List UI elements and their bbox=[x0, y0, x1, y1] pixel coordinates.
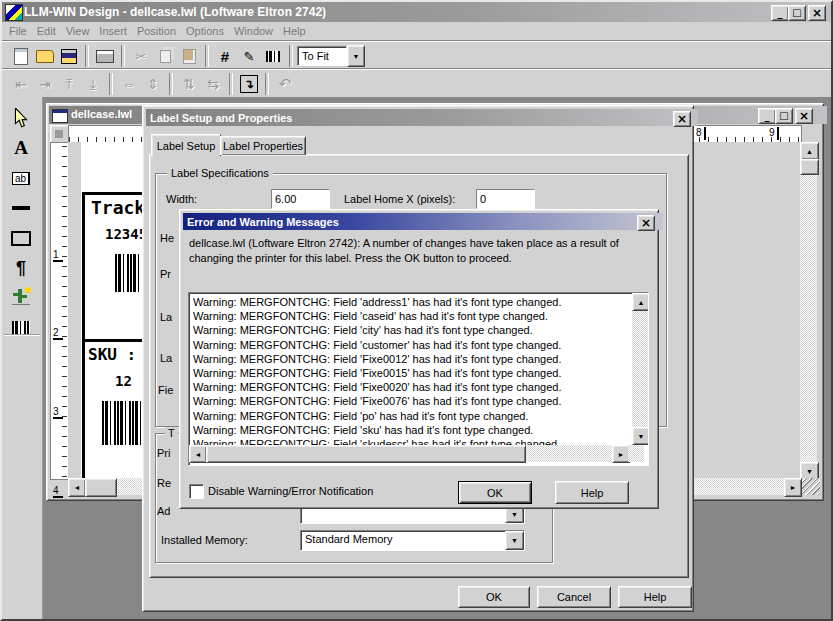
warning-line[interactable]: Warning: MERGFONTCHG: Field 'Fixe0020' h… bbox=[193, 380, 623, 394]
toolbar-separator bbox=[169, 73, 173, 95]
warning-line[interactable]: Warning: MERGFONTCHG: Field 'customer' h… bbox=[193, 338, 623, 352]
barcode-view-button[interactable] bbox=[261, 44, 285, 68]
list-h-scroll-thumb[interactable] bbox=[206, 445, 526, 463]
label-field-number2[interactable]: 12 bbox=[115, 373, 132, 389]
combo-dropdown-icon[interactable]: ▼ bbox=[505, 531, 524, 550]
h-scroll-thumb[interactable] bbox=[85, 478, 117, 497]
width-input[interactable] bbox=[272, 190, 329, 208]
warning-line[interactable]: Warning: MERGFONTCHG: Field 'caseid' has… bbox=[193, 309, 623, 323]
new-document-button[interactable] bbox=[9, 44, 33, 68]
warning-line[interactable]: Warning: MERGFONTCHG: Field 'po' has had… bbox=[193, 409, 623, 423]
copy-button[interactable] bbox=[153, 44, 177, 68]
align-bottom-icon[interactable]: ⤓ bbox=[81, 72, 105, 96]
list-scroll-down-icon[interactable]: ▼ bbox=[632, 427, 649, 445]
cut-icon[interactable]: ✂ bbox=[129, 44, 153, 68]
undo-icon[interactable]: ↶ bbox=[273, 72, 297, 96]
doc-minimize-icon[interactable]: _ bbox=[758, 108, 776, 124]
textbox-tool[interactable]: ab bbox=[8, 165, 34, 191]
label-field-sku[interactable]: SKU : bbox=[88, 345, 136, 364]
label-field-track[interactable]: Track bbox=[91, 197, 145, 218]
paragraph-tool[interactable]: ¶ bbox=[8, 255, 34, 281]
line-tool[interactable] bbox=[8, 195, 34, 221]
menu-item[interactable]: Position bbox=[132, 23, 181, 39]
scroll-up-icon[interactable]: ▲ bbox=[800, 142, 819, 160]
error-close-icon[interactable]: × bbox=[637, 215, 655, 231]
h-ruler-major-tick bbox=[777, 127, 779, 140]
compress-vertical-icon[interactable]: ⇅ bbox=[177, 72, 201, 96]
tab-label: Label Setup bbox=[157, 140, 216, 152]
menu-item[interactable]: Edit bbox=[32, 23, 61, 39]
image-tool[interactable] bbox=[8, 285, 34, 311]
minimize-icon[interactable]: _ bbox=[771, 5, 789, 21]
align-top-icon[interactable]: ⤒ bbox=[57, 72, 81, 96]
space-down-icon[interactable]: ⇕ bbox=[141, 72, 165, 96]
installed-memory-value: Standard Memory bbox=[305, 533, 392, 545]
warning-line[interactable]: Warning: MERGFONTCHG: Field 'address1' h… bbox=[193, 295, 623, 309]
error-dialog-titlebar: Error and Warning Messages bbox=[183, 213, 663, 230]
pointer-tool[interactable] bbox=[8, 105, 34, 131]
zoom-dropdown-icon[interactable]: ▼ bbox=[347, 45, 365, 67]
warning-line[interactable]: Warning: MERGFONTCHG: Field 'city' has h… bbox=[193, 323, 623, 337]
toolbar-separator bbox=[109, 73, 113, 95]
open-file-button[interactable] bbox=[33, 44, 57, 68]
printer-label-clipped: Pri bbox=[157, 447, 170, 459]
paste-button[interactable] bbox=[177, 44, 201, 68]
resize-grip[interactable] bbox=[802, 478, 820, 495]
zoom-combo[interactable]: To Fit bbox=[297, 46, 347, 66]
menu-item[interactable]: Window bbox=[229, 23, 278, 39]
rectangle-tool[interactable] bbox=[8, 225, 34, 251]
align-left-icon[interactable]: ⇤ bbox=[9, 72, 33, 96]
save-button[interactable] bbox=[57, 44, 81, 68]
warning-line[interactable]: Warning: MERGFONTCHG: Field 'skudescr' h… bbox=[193, 437, 623, 445]
h-ruler-number: 9 bbox=[769, 127, 775, 138]
menu-item[interactable]: File bbox=[4, 23, 32, 39]
close-icon[interactable]: × bbox=[808, 5, 826, 21]
barcode-tool[interactable] bbox=[8, 315, 34, 341]
tab-label-properties[interactable]: Label Properties bbox=[220, 136, 306, 155]
error-message-line: changing the printer for this label. Pre… bbox=[189, 251, 651, 266]
space-across-icon[interactable]: ⇔ bbox=[117, 72, 141, 96]
warning-line[interactable]: Warning: MERGFONTCHG: Field 'Fixe0012' h… bbox=[193, 352, 623, 366]
setup-help-button[interactable]: Help bbox=[618, 586, 692, 608]
doc-maximize-icon[interactable]: □ bbox=[775, 108, 793, 124]
rotate-button[interactable]: ↴ bbox=[237, 72, 261, 96]
tab-label-setup[interactable]: Label Setup bbox=[151, 134, 221, 156]
menu-item[interactable]: Help bbox=[278, 23, 311, 39]
setup-close-icon[interactable]: × bbox=[673, 111, 691, 127]
pen-icon[interactable]: ✎ bbox=[237, 44, 261, 68]
warning-line[interactable]: Warning: MERGFONTCHG: Field 'sku' has ha… bbox=[193, 423, 623, 437]
installed-memory-combo[interactable]: Standard Memory ▼ bbox=[300, 530, 525, 551]
text-tool[interactable]: A bbox=[8, 135, 34, 161]
menu-item[interactable]: View bbox=[61, 23, 95, 39]
menu-item[interactable]: Options bbox=[181, 23, 229, 39]
save-floppy-icon bbox=[61, 49, 77, 64]
warning-listbox[interactable]: Warning: MERGFONTCHG: Field 'address1' h… bbox=[188, 292, 649, 466]
v-scroll-thumb[interactable] bbox=[800, 159, 819, 175]
list-vertical-scrollbar[interactable]: ▲ ▼ bbox=[632, 293, 648, 445]
menu-item[interactable]: Insert bbox=[94, 23, 132, 39]
warning-line[interactable]: Warning: MERGFONTCHG: Field 'Fixe0076' h… bbox=[193, 394, 623, 408]
label-field-number1[interactable]: 12345 bbox=[105, 226, 147, 242]
list-horizontal-scrollbar[interactable]: ◄ ► bbox=[189, 445, 628, 462]
doc-vertical-scrollbar[interactable]: ▲ ▼ bbox=[800, 142, 817, 478]
scroll-right-icon[interactable]: ► bbox=[784, 478, 802, 497]
list-scroll-left-icon[interactable]: ◄ bbox=[189, 445, 207, 463]
scroll-left-icon[interactable]: ◄ bbox=[68, 478, 86, 497]
error-ok-button[interactable]: OK bbox=[458, 481, 532, 504]
disable-warning-checkbox[interactable] bbox=[189, 484, 204, 499]
additional-label-clipped: Ad bbox=[157, 505, 170, 517]
align-right-icon[interactable]: ⇥ bbox=[33, 72, 57, 96]
doc-close-icon[interactable]: × bbox=[795, 108, 813, 124]
maximize-icon[interactable]: □ bbox=[788, 5, 806, 21]
warning-list: Warning: MERGFONTCHG: Field 'address1' h… bbox=[193, 295, 623, 445]
compress-horizontal-icon[interactable]: ⇆ bbox=[201, 72, 225, 96]
print-button[interactable] bbox=[93, 44, 117, 68]
label-home-x-input[interactable] bbox=[477, 190, 534, 208]
setup-cancel-button[interactable]: Cancel bbox=[537, 586, 611, 608]
toolbox: A ab ¶ bbox=[2, 97, 43, 621]
list-scroll-up-icon[interactable]: ▲ bbox=[632, 293, 649, 311]
setup-ok-button[interactable]: OK bbox=[458, 586, 530, 608]
warning-line[interactable]: Warning: MERGFONTCHG: Field 'Fixe0015' h… bbox=[193, 366, 623, 380]
error-help-button[interactable]: Help bbox=[555, 481, 629, 504]
grid-icon[interactable]: # bbox=[213, 44, 237, 68]
